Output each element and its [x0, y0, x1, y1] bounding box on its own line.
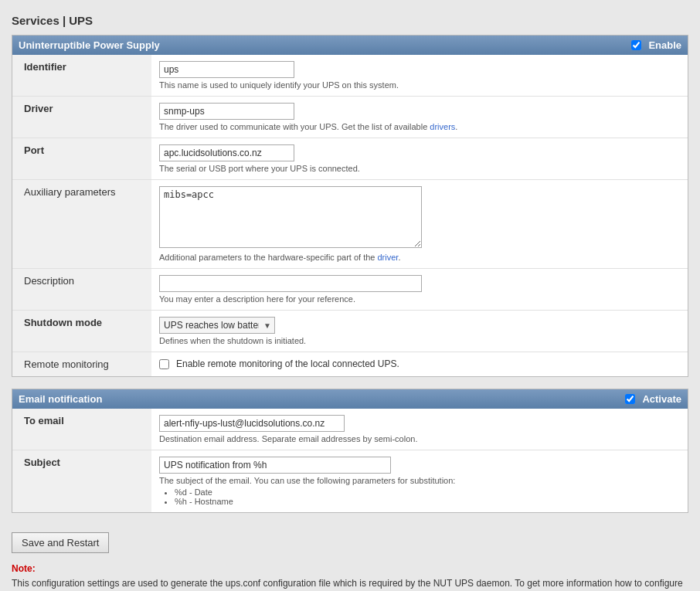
driver-row: Driver The driver used to communicate wi… [12, 97, 688, 138]
driver-label: Driver [12, 97, 151, 138]
remote-monitoring-value-cell: Enable remote monitoring of the local co… [151, 352, 688, 377]
driver-input[interactable] [159, 103, 294, 120]
activate-checkbox[interactable] [625, 394, 635, 404]
email-section-title: Email notification [19, 393, 102, 405]
port-help: The serial or USB port where your UPS is… [159, 164, 680, 173]
note-label: Note: [12, 563, 36, 574]
subject-label: Subject [12, 450, 151, 513]
port-input[interactable] [159, 144, 294, 161]
identifier-value-cell: This name is used to uniquely identify y… [151, 55, 688, 97]
page-container: Services | UPS Uninterruptible Power Sup… [0, 0, 700, 591]
email-form-table: To email Destination email address. Sepa… [12, 409, 688, 512]
email-section: Email notification Activate To email Des… [12, 389, 688, 513]
port-label: Port [12, 138, 151, 180]
aux-params-value-cell: mibs=apcc Additional parameters to the h… [151, 180, 688, 269]
driver-value-cell: The driver used to communicate with your… [151, 97, 688, 138]
to-email-input[interactable] [159, 415, 345, 432]
ups-form-table: Identifier This name is used to uniquely… [12, 55, 688, 376]
ups-section: Uninterruptible Power Supply Enable Iden… [12, 35, 688, 377]
shutdown-mode-value-cell: UPS reaches low battery UPS is on batter… [151, 311, 688, 352]
bullet-date: %d - Date [175, 487, 680, 497]
port-value-cell: The serial or USB port where your UPS is… [151, 138, 688, 180]
description-help: You may enter a description here for you… [159, 294, 680, 304]
aux-params-help: Additional parameters to the hardware-sp… [159, 253, 680, 262]
save-restart-button[interactable]: Save and Restart [12, 532, 109, 553]
enable-label[interactable]: Enable [631, 39, 681, 51]
shutdown-mode-row: Shutdown mode UPS reaches low battery UP… [12, 311, 688, 352]
note-text: This configuration settings are used to … [12, 576, 688, 591]
remote-monitoring-row: Remote monitoring Enable remote monitori… [12, 352, 688, 377]
shutdown-mode-select-wrapper: UPS reaches low battery UPS is on batter… [159, 317, 275, 334]
bullet-hostname: %h - Hostname [175, 497, 680, 506]
drivers-link[interactable]: drivers [430, 122, 455, 131]
description-value-cell: You may enter a description here for you… [151, 269, 688, 311]
to-email-label: To email [12, 409, 151, 450]
page-title: Services | UPS [12, 8, 688, 35]
to-email-help: Destination email address. Separate emai… [159, 434, 680, 443]
activate-label[interactable]: Activate [625, 393, 681, 405]
ups-section-title: Uninterruptible Power Supply [19, 39, 160, 51]
driver-help: The driver used to communicate with your… [159, 122, 680, 131]
remote-monitoring-text: Enable remote monitoring of the local co… [176, 358, 399, 369]
remote-monitoring-checkbox[interactable] [159, 359, 169, 369]
email-section-header: Email notification Activate [12, 389, 688, 409]
identifier-label: Identifier [12, 55, 151, 97]
aux-params-row: Auxiliary parameters mibs=apcc Additiona… [12, 180, 688, 269]
to-email-row: To email Destination email address. Sepa… [12, 409, 688, 450]
shutdown-mode-help: Defines when the shutdown is initiated. [159, 336, 680, 345]
description-label: Description [12, 269, 151, 311]
shutdown-mode-label: Shutdown mode [12, 311, 151, 352]
aux-params-textarea[interactable]: mibs=apcc [159, 186, 422, 248]
remote-monitoring-checkbox-label[interactable]: Enable remote monitoring of the local co… [159, 358, 680, 369]
aux-params-label: Auxiliary parameters [12, 180, 151, 269]
subject-input[interactable] [159, 457, 391, 474]
identifier-input[interactable] [159, 61, 294, 78]
remote-monitoring-label: Remote monitoring [12, 352, 151, 377]
note-section: Note: This configuration settings are us… [12, 563, 688, 591]
description-row: Description You may enter a description … [12, 269, 688, 311]
ups-section-header: Uninterruptible Power Supply Enable [12, 36, 688, 55]
subject-value-cell: The subject of the email. You can use th… [151, 450, 688, 513]
to-email-value-cell: Destination email address. Separate emai… [151, 409, 688, 450]
identifier-row: Identifier This name is used to uniquely… [12, 55, 688, 97]
subject-row: Subject The subject of the email. You ca… [12, 450, 688, 513]
port-row: Port The serial or USB port where your U… [12, 138, 688, 180]
identifier-help: This name is used to uniquely identify y… [159, 80, 680, 90]
driver-link[interactable]: driver [377, 253, 398, 262]
enable-checkbox[interactable] [631, 40, 641, 50]
description-input[interactable] [159, 275, 422, 292]
subject-bullets: %d - Date %h - Hostname [175, 487, 680, 506]
shutdown-mode-select[interactable]: UPS reaches low battery UPS is on batter… [159, 317, 275, 334]
subject-help-text: The subject of the email. You can use th… [159, 476, 680, 485]
